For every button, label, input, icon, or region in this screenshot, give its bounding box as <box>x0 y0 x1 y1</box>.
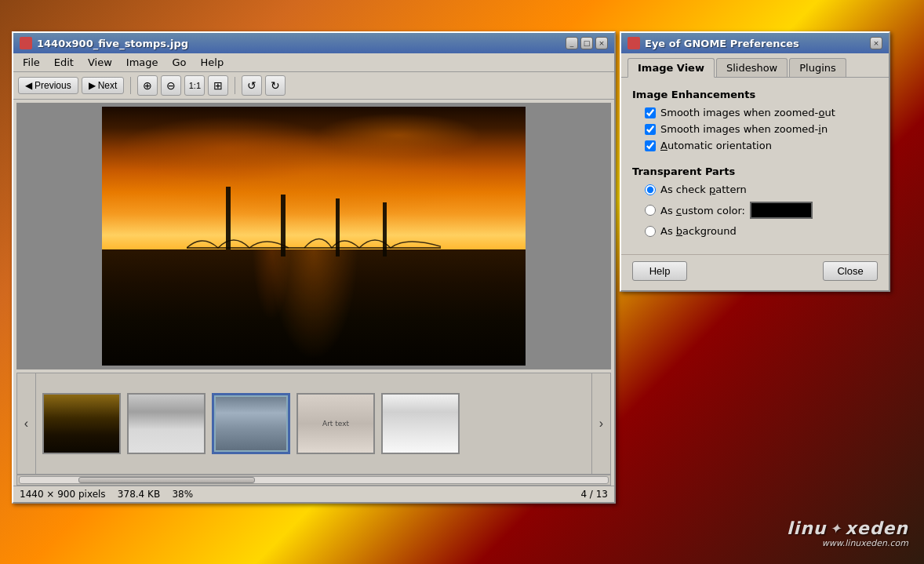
menu-help[interactable]: Help <box>195 55 231 70</box>
close-button[interactable]: Close <box>823 261 878 281</box>
transparent-parts-title: Transparent Parts <box>632 166 878 177</box>
tab-image-view[interactable]: Image View <box>628 58 715 78</box>
smooth-zoomed-out-checkbox[interactable] <box>645 107 656 118</box>
watermark-url: www.linuxeden.com <box>787 538 908 548</box>
viewer-maximize-btn[interactable]: □ <box>580 37 593 49</box>
thumbnails-container: Art text <box>36 387 591 460</box>
scrollbar-thumb[interactable] <box>78 477 255 483</box>
smooth-zoomed-in-checkbox[interactable] <box>645 124 656 135</box>
menu-edit[interactable]: Edit <box>48 55 80 70</box>
menu-go[interactable]: Go <box>166 55 193 70</box>
zoom-fit-icon: ⊞ <box>213 79 223 92</box>
transparent-custom-color-row: As custom color: <box>632 202 878 219</box>
tab-plugins[interactable]: Plugins <box>789 58 846 77</box>
toolbar-separator-1 <box>130 77 131 94</box>
zoom-in-icon: ⊕ <box>143 79 152 92</box>
smooth-zoomed-out-label: Smooth images when zoomed-out <box>660 107 835 118</box>
toolbar-separator-2 <box>235 77 235 94</box>
thumb-image-5 <box>383 395 458 453</box>
viewer-titlebar-buttons: _ □ × <box>566 37 608 49</box>
viewer-titlebar: 1440x900_five_stomps.jpg _ □ × <box>13 33 614 53</box>
help-button[interactable]: Help <box>632 261 687 281</box>
next-icon: ▶ <box>89 80 96 91</box>
statusbar-position: 4 / 13 <box>580 489 608 500</box>
viewer-window: 1440x900_five_stomps.jpg _ □ × File Edit… <box>12 31 616 504</box>
auto-orientation-row: Automatic orientation <box>632 140 878 151</box>
zoom-out-icon: ⊖ <box>166 79 176 92</box>
thumbnail-4[interactable]: Art text <box>296 393 375 454</box>
image-display-area <box>16 103 611 369</box>
zoom-in-button[interactable]: ⊕ <box>137 75 158 96</box>
strip-nav-left-button[interactable]: ‹ <box>17 373 36 474</box>
main-image <box>102 107 526 366</box>
image-reflection <box>102 249 526 366</box>
rotate-cw-button[interactable]: ↻ <box>265 75 286 96</box>
thumbnail-3-active[interactable] <box>212 393 290 454</box>
statusbar-info: 1440 × 900 pixels 378.4 KB 38% <box>20 489 193 500</box>
strip-right-icon: › <box>599 417 603 431</box>
radio-custom-color[interactable] <box>645 205 656 216</box>
prefs-close-btn[interactable]: × <box>870 37 882 49</box>
image-enhancements-title: Image Enhancements <box>632 89 878 100</box>
prefs-window: Eye of GNOME Preferences × Image View Sl… <box>620 31 890 292</box>
thumb-image-1 <box>44 395 119 453</box>
prefs-titlebar-buttons: × <box>870 37 882 49</box>
custom-color-swatch[interactable] <box>750 202 813 219</box>
zoom-1to1-button[interactable]: 1:1 <box>184 75 205 96</box>
thumbnail-2[interactable] <box>127 393 206 454</box>
radio-background[interactable] <box>645 226 656 237</box>
strip-left-icon: ‹ <box>24 417 28 431</box>
next-label: Next <box>98 80 118 91</box>
zoom-fit-button[interactable]: ⊞ <box>208 75 228 96</box>
statusbar-dimensions: 1440 × 900 pixels <box>20 489 106 500</box>
radio-check-pattern[interactable] <box>645 184 656 195</box>
transparent-check-pattern-row: As check pattern <box>632 184 878 195</box>
viewer-minimize-btn[interactable]: _ <box>566 37 578 49</box>
previous-icon: ◀ <box>25 80 32 91</box>
prefs-app-icon <box>628 37 640 49</box>
prefs-close-icon: × <box>873 39 879 47</box>
viewer-close-btn[interactable]: × <box>595 37 608 49</box>
scrollbar-area[interactable] <box>16 475 611 486</box>
menu-image[interactable]: Image <box>120 55 165 70</box>
statusbar-zoom: 38% <box>172 489 193 500</box>
viewer-app-icon <box>20 37 32 49</box>
menu-file[interactable]: File <box>16 55 46 70</box>
tab-slideshow[interactable]: Slideshow <box>716 58 788 77</box>
statusbar-filesize: 378.4 KB <box>118 489 160 500</box>
rotate-ccw-button[interactable]: ↺ <box>242 75 262 96</box>
watermark: linu ✦ xeden www.linuxeden.com <box>787 519 908 548</box>
viewer-toolbar: ◀ Previous ▶ Next ⊕ ⊖ 1:1 ⊞ ↺ ↻ <box>13 72 614 100</box>
auto-orientation-checkbox[interactable] <box>645 140 656 151</box>
thumbnail-5[interactable] <box>381 393 460 454</box>
viewer-menubar: File Edit View Image Go Help <box>13 53 614 72</box>
statusbar: 1440 × 900 pixels 378.4 KB 38% 4 / 13 <box>13 486 614 502</box>
previous-label: Previous <box>35 80 71 91</box>
section-divider <box>632 156 878 166</box>
thumb-image-2 <box>129 395 204 453</box>
prefs-content: Image Enhancements Smooth images when zo… <box>621 78 889 254</box>
viewer-title: 1440x900_five_stomps.jpg <box>37 38 188 49</box>
watermark-brand: linu ✦ xeden <box>787 519 908 538</box>
transparent-background-row: As background <box>632 225 878 237</box>
next-button[interactable]: ▶ Next <box>82 77 125 94</box>
thumbnail-strip: ‹ Art text › <box>16 373 611 475</box>
strip-nav-right-button[interactable]: › <box>591 373 610 474</box>
prefs-title: Eye of GNOME Preferences <box>645 38 799 49</box>
rotate-cw-icon: ↻ <box>271 79 280 92</box>
zoom-out-button[interactable]: ⊖ <box>161 75 181 96</box>
prefs-button-row: Help Close <box>621 254 889 290</box>
thumbnail-1[interactable] <box>42 393 121 454</box>
thumb-image-4: Art text <box>298 395 373 453</box>
rotate-ccw-icon: ↺ <box>247 79 256 92</box>
radio-background-label: As background <box>660 225 737 237</box>
scrollbar-track[interactable] <box>19 476 609 484</box>
prefs-tab-bar: Image View Slideshow Plugins <box>621 53 889 78</box>
previous-button[interactable]: ◀ Previous <box>18 77 78 94</box>
menu-view[interactable]: View <box>82 55 118 70</box>
radio-check-pattern-label: As check pattern <box>660 184 747 195</box>
prefs-titlebar: Eye of GNOME Preferences × <box>621 33 889 53</box>
zoom-1to1-icon: 1:1 <box>189 81 201 90</box>
smooth-zoomed-out-row: Smooth images when zoomed-out <box>632 107 878 118</box>
radio-custom-color-label: As custom color: <box>660 205 745 217</box>
